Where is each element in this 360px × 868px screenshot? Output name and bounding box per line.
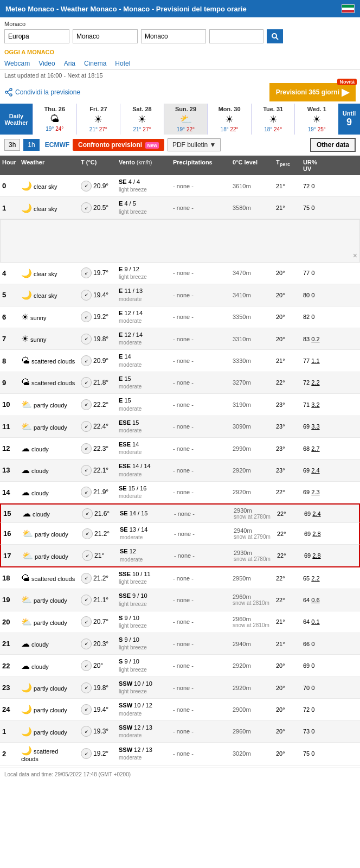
uruv-cell: 72 0: [301, 705, 328, 714]
level-cell: 2950m: [230, 574, 274, 583]
tperc-cell: 22°: [274, 378, 301, 387]
tperc-cell: 21°: [274, 356, 301, 365]
hour-cell: 5: [0, 290, 19, 300]
precip-cell: - none -: [171, 203, 230, 212]
nav-cinema[interactable]: Cinema: [84, 60, 106, 67]
previsioni-button[interactable]: Novità Previsioni 365 giorni ▶: [269, 83, 356, 101]
flag-icon: [342, 4, 355, 13]
level-cell: 3310m: [230, 335, 274, 343]
weather-desc: cloudy: [31, 468, 49, 474]
level-main: 2990m: [233, 445, 272, 452]
day-mon-icon: ☀: [210, 113, 249, 125]
search-icon: [271, 33, 279, 40]
svg-line-5: [8, 90, 10, 92]
other-data-button[interactable]: Other data: [310, 138, 356, 152]
day-thu[interactable]: Thu. 26 🌤 19° 24°: [33, 104, 76, 135]
wind-cell: SE 12moderate: [118, 546, 172, 564]
search-button[interactable]: [267, 29, 283, 43]
wind-cell: S 9 / 10light breeze: [117, 613, 171, 631]
hour-cell: 11: [0, 422, 19, 432]
wind-compass: ↙: [81, 704, 92, 715]
city-input[interactable]: [141, 29, 206, 43]
wind-cell: ESE 14 / 14moderate: [117, 461, 171, 479]
uruv-cell: 69 2.3: [301, 488, 328, 496]
country-input[interactable]: [73, 29, 138, 43]
day-wed[interactable]: Wed. 1 ☀ 19° 25°: [294, 104, 338, 135]
hour-cell: 13: [0, 465, 19, 475]
weather-icon: ⛅: [21, 400, 32, 409]
nav-hotel[interactable]: Hotel: [115, 60, 130, 67]
tperc-cell: 20°: [274, 335, 301, 343]
hour-cell: 0: [0, 181, 19, 191]
nav-aria[interactable]: Aria: [64, 60, 75, 67]
update-text: Last updated at 16:00 - Next at 18:15: [4, 72, 103, 79]
wind-main: SSW 10 / 10: [119, 680, 169, 688]
nav-video[interactable]: Video: [38, 60, 55, 67]
th-hour: Hour: [0, 158, 19, 173]
1h-button[interactable]: 1h: [23, 139, 39, 151]
nav-webcam[interactable]: Webcam: [4, 60, 30, 67]
wind-desc: moderate: [119, 449, 169, 456]
until-cell[interactable]: Until 9: [338, 104, 360, 135]
level-main: 2920m: [233, 685, 272, 691]
3h-button[interactable]: 3h: [4, 139, 20, 151]
close-icon[interactable]: ×: [353, 251, 357, 260]
day-thu-label: Thu. 26: [35, 106, 74, 112]
confronto-button[interactable]: Confronto previsioni New: [73, 139, 164, 151]
wind-compass: ↙: [81, 202, 92, 213]
uruv-cell: 69 2.8: [302, 551, 329, 560]
day-thu-icon: 🌤: [35, 113, 74, 125]
weather-icon: 🌤: [21, 573, 30, 583]
level-snow: snow at 2810m: [233, 622, 272, 628]
table-row: 13☁ cloudy↙22.1°ESE 14 / 14moderate- non…: [0, 459, 360, 481]
day-sun[interactable]: Sun. 29 ⛅ 19° 22°: [164, 104, 208, 135]
uruv-cell: 69 2.8: [302, 529, 329, 538]
level-cell: 2940m: [230, 640, 274, 648]
wind-compass: ↙: [81, 311, 92, 322]
temp-cell: ↙20.9°: [79, 180, 117, 193]
level-cell: 2930msnow at 2780m: [232, 548, 275, 563]
weather-desc: clear sky: [34, 206, 57, 212]
weather-cell: 🌤 scattered clouds: [19, 376, 79, 388]
search-input[interactable]: [209, 29, 263, 43]
until-num: 9: [346, 117, 352, 128]
precip-cell: - none -: [171, 444, 230, 453]
day-mon[interactable]: Mon. 30 ☀ 18° 22°: [207, 104, 251, 135]
day-tue[interactable]: Tue. 31 ☀ 18° 24°: [251, 104, 295, 135]
pdf-button[interactable]: PDF bulletin ▼: [168, 138, 221, 151]
level-main: 2940m: [233, 641, 272, 647]
level-main: 2920m: [233, 489, 272, 495]
wind-compass: ↙: [81, 573, 92, 584]
weather-icon: ☁: [22, 509, 31, 518]
uruv-cell: 77 0: [301, 269, 328, 277]
hour-cell: 24: [0, 704, 19, 714]
nav-links: Webcam Video Aria Cinema Hotel: [0, 58, 360, 70]
day-fri[interactable]: Fri. 27 ☀ 21° 27°: [76, 104, 120, 135]
day-sun-temps: 19° 22°: [166, 126, 205, 132]
weather-cell: ⛅ partly cloudy: [19, 398, 79, 411]
weather-cell: ⛅ partly cloudy: [20, 550, 80, 562]
uruv-cell: 72 0: [301, 182, 328, 190]
wind-cell: SE 4 / 4light breeze: [117, 177, 171, 195]
level-cell: 2920m: [230, 466, 274, 475]
weather-cell: ⛅ partly cloudy: [19, 420, 79, 433]
day-sat[interactable]: Sat. 28 ☀ 21° 27°: [120, 104, 164, 135]
tperc-cell: 22°: [275, 529, 302, 538]
precip-cell: - none -: [171, 335, 230, 343]
region-input[interactable]: [4, 29, 69, 43]
wind-compass: ↙: [81, 399, 92, 410]
weather-table: 0🌙 clear sky↙20.9°SE 4 / 4light breeze- …: [0, 175, 360, 765]
table-row: 18🌤 scattered clouds↙21.2°SSE 10 / 11lig…: [0, 567, 360, 589]
hour-cell: 7: [0, 334, 19, 344]
level-cell: 2920m: [230, 488, 274, 496]
weather-cell: 🌙 clear sky: [19, 267, 79, 279]
share-row: Condividi la previsione Novità Prevision…: [0, 81, 360, 104]
wind-desc: light breeze: [119, 578, 169, 586]
wind-desc: moderate: [119, 296, 169, 303]
share-link[interactable]: Condividi la previsione: [4, 88, 80, 97]
weather-icon: ☁: [21, 444, 30, 453]
precip-cell: - none -: [171, 617, 230, 626]
wind-cell: E 15moderate: [117, 374, 171, 392]
day-wed-label: Wed. 1: [297, 106, 336, 112]
level-main: 3020m: [233, 750, 272, 757]
